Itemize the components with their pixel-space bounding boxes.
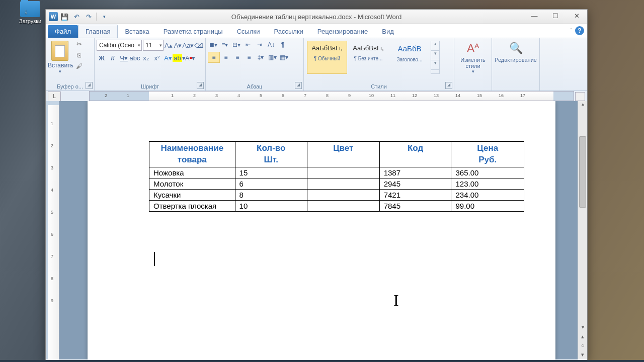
align-left-button[interactable]: ≡ <box>208 52 220 63</box>
grow-font-button[interactable]: A▴ <box>165 40 173 50</box>
mouse-ibeam-cursor: I <box>393 291 399 310</box>
redo-button[interactable]: ↷ <box>83 12 94 22</box>
font-launcher[interactable]: ◢ <box>197 82 204 89</box>
desktop-shortcut-downloads[interactable]: ↓ Загрузки <box>19 1 41 24</box>
tab-file[interactable]: Файл <box>48 25 78 38</box>
browse-object-button[interactable]: ○ <box>578 342 587 350</box>
show-marks-button[interactable]: ¶ <box>277 40 288 50</box>
maximize-button[interactable]: ☐ <box>545 10 566 22</box>
group-font: Calibri (Осно▾ 11▾ A▴ A▾ Aa▾ ⌫ Ж К Ч▾ ab… <box>95 38 206 90</box>
next-page-button[interactable]: ▾ <box>578 351 587 359</box>
multilevel-button[interactable]: ⊟▾ <box>231 40 242 50</box>
style-no-spacing[interactable]: АаБбВвГг, ¶ Без инте... <box>348 41 388 74</box>
th-name[interactable]: Наименованиетовара <box>149 142 235 167</box>
numbering-button[interactable]: ≡▾ <box>219 40 230 50</box>
scroll-down-arrow[interactable]: ▾ <box>578 324 587 332</box>
styles-launcher[interactable]: ◢ <box>445 82 452 89</box>
borders-button[interactable]: ▦▾ <box>278 52 289 62</box>
th-code[interactable]: Код <box>379 142 451 167</box>
style-heading1[interactable]: АаБбВ Заголово... <box>389 41 430 74</box>
font-color-button[interactable]: A▾ <box>185 53 195 63</box>
cut-button[interactable]: ✂ <box>74 40 84 49</box>
tab-insert[interactable]: Вставка <box>118 25 156 38</box>
format-painter-button[interactable]: 🖌 <box>74 62 84 71</box>
underline-button[interactable]: Ч▾ <box>119 53 129 63</box>
find-replace-button[interactable]: 🔍 Редактирование <box>494 42 537 63</box>
word-window: W 💾 ↶ ↷ ▾ Объединение таблиц вертикально… <box>45 9 588 361</box>
clipboard-launcher[interactable]: ◢ <box>86 82 93 89</box>
group-styles: АаБбВвГг, ¶ Обычный АаБбВвГг, ¶ Без инте… <box>304 38 454 90</box>
highlight-button[interactable]: ab▾ <box>174 53 184 63</box>
tab-mailings[interactable]: Рассылки <box>267 25 310 38</box>
hruler[interactable]: 1 2 1 2 3 4 5 6 7 8 9 10 11 12 13 14 15 … <box>89 91 574 101</box>
view-ruler-toggle[interactable] <box>575 92 585 101</box>
bullets-button[interactable]: ≣▾ <box>208 40 219 50</box>
font-size-combo[interactable]: 11▾ <box>143 40 163 51</box>
clear-formatting-button[interactable]: ⌫ <box>194 40 203 50</box>
document-table[interactable]: Наименованиетовара Кол-воШт. Цвет Код Це… <box>149 141 524 212</box>
ribbon-tabs: Файл Главная Вставка Разметка страницы С… <box>46 24 587 38</box>
titlebar: W 💾 ↶ ↷ ▾ Объединение таблиц вертикально… <box>46 10 587 24</box>
tab-page-layout[interactable]: Разметка страницы <box>156 25 230 38</box>
close-button[interactable]: ✕ <box>566 10 587 22</box>
save-button[interactable]: 💾 <box>59 12 70 22</box>
prev-page-button[interactable]: ▴ <box>578 333 587 341</box>
strikethrough-button[interactable]: abc <box>130 53 140 63</box>
font-family-combo[interactable]: Calibri (Осно▾ <box>97 40 142 51</box>
document-page[interactable]: Наименованиетовара Кол-воШт. Цвет Код Це… <box>88 101 555 359</box>
style-normal[interactable]: АаБбВвГг, ¶ Обычный <box>307 41 347 74</box>
tab-home[interactable]: Главная <box>78 25 118 38</box>
quick-access-toolbar: W 💾 ↶ ↷ ▾ <box>46 12 110 22</box>
scroll-up-arrow[interactable]: ▴ <box>578 101 587 109</box>
workspace: 1 2 3 4 5 6 7 8 9 Наименованиетовара Кол… <box>46 101 587 359</box>
align-center-button[interactable]: ≡ <box>220 52 231 62</box>
text-effects-button[interactable]: A▾ <box>163 53 173 63</box>
tab-view[interactable]: Вид <box>375 25 401 38</box>
line-spacing-button[interactable]: ‡▾ <box>255 52 266 62</box>
copy-button[interactable]: ⎘ <box>74 51 84 60</box>
italic-button[interactable]: К <box>108 53 118 63</box>
word-app-icon[interactable]: W <box>49 12 58 21</box>
group-clipboard: Вставить ▾ ✂ ⎘ 🖌 Буфер о... ◢ <box>46 38 95 90</box>
subscript-button[interactable]: x₂ <box>141 53 151 63</box>
undo-button[interactable]: ↶ <box>71 12 82 22</box>
superscript-button[interactable]: x² <box>152 53 162 63</box>
increase-indent-button[interactable]: ⇥ <box>254 40 265 50</box>
window-title: Объединение таблиц вертикально.docx - Mi… <box>46 13 587 21</box>
change-case-button[interactable]: Aa▾ <box>183 40 193 50</box>
ribbon-collapse-icon[interactable]: ˆ <box>570 28 572 34</box>
change-styles-button[interactable]: Aᴬ Изменить стили ▾ <box>456 42 490 74</box>
qat-customize[interactable]: ▾ <box>99 12 110 22</box>
tab-references[interactable]: Ссылки <box>230 25 267 38</box>
table-row[interactable]: Кусачки87421234.00 <box>149 189 524 200</box>
table-row[interactable]: Молоток62945123.00 <box>149 178 524 189</box>
sort-button[interactable]: A↓ <box>266 40 277 50</box>
tab-review[interactable]: Рецензирование <box>310 25 375 38</box>
minimize-button[interactable]: ― <box>524 10 545 22</box>
style-gallery-more[interactable]: ▴▾▾ <box>431 41 440 74</box>
decrease-indent-button[interactable]: ⇤ <box>243 40 254 50</box>
justify-button[interactable]: ≡ <box>244 52 255 62</box>
ruler-vertical[interactable]: 1 2 3 4 5 6 7 8 9 <box>48 101 59 359</box>
shading-button[interactable]: ▥▾ <box>267 52 278 62</box>
align-right-button[interactable]: ≡ <box>232 52 243 62</box>
group-change-styles: Aᴬ Изменить стили ▾ <box>454 38 492 90</box>
th-color[interactable]: Цвет <box>307 142 379 167</box>
vertical-scrollbar[interactable]: ▴ ▾ ▴ ○ ▾ <box>578 101 587 359</box>
group-editing: 🔍 Редактирование <box>492 38 540 90</box>
shrink-font-button[interactable]: A▾ <box>174 40 182 50</box>
paste-button[interactable]: Вставить ▾ <box>48 41 72 74</box>
taskbar[interactable] <box>0 360 644 362</box>
help-icon[interactable]: ? <box>575 26 584 35</box>
table-row[interactable]: Ножовка151387365.00 <box>149 167 524 178</box>
paragraph-launcher[interactable]: ◢ <box>295 82 302 89</box>
th-qty[interactable]: Кол-воШт. <box>235 142 307 167</box>
desktop-shortcut-label: Загрузки <box>19 18 41 24</box>
th-price[interactable]: ЦенаРуб. <box>451 142 524 167</box>
bold-button[interactable]: Ж <box>97 53 107 63</box>
table-row[interactable]: Отвертка плоская10784599.00 <box>149 200 524 211</box>
scroll-thumb[interactable] <box>579 136 586 208</box>
ribbon: Вставить ▾ ✂ ⎘ 🖌 Буфер о... ◢ Calibri (О… <box>46 38 587 91</box>
text-cursor <box>154 252 155 266</box>
group-paragraph: ≣▾ ≡▾ ⊟▾ ⇤ ⇥ A↓ ¶ ≡ ≡ ≡ ≡ ‡▾ ▥▾ ▦▾ <box>206 38 304 90</box>
